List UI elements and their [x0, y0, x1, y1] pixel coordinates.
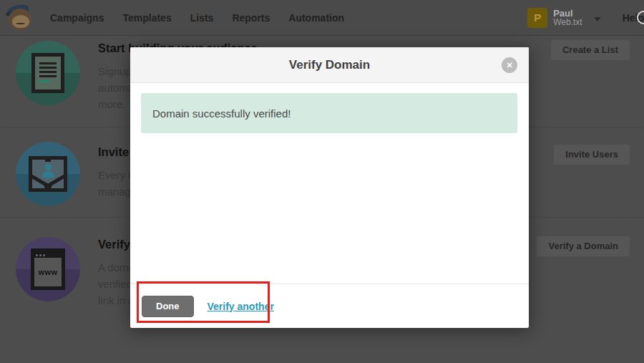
- domain-icon-circle: www: [16, 237, 80, 301]
- modal-title: Verify Domain: [130, 47, 529, 83]
- close-icon[interactable]: ✕: [502, 57, 517, 73]
- modal-header: Verify Domain ✕: [130, 47, 529, 83]
- nav-item-reports[interactable]: Reports: [232, 12, 270, 24]
- modal-footer: Done Verify another: [130, 284, 529, 328]
- www-label: www: [34, 258, 62, 286]
- account-name: Paul: [553, 9, 582, 18]
- done-button[interactable]: Done: [142, 296, 194, 317]
- verify-another-link[interactable]: Verify another: [208, 301, 274, 312]
- success-message: Domain successfully verified!: [152, 107, 291, 120]
- chevron-down-icon[interactable]: [594, 17, 601, 21]
- nav-item-campaigns[interactable]: Campaigns: [50, 12, 104, 24]
- nav-right-group: P Paul Web.txt Help: [527, 8, 644, 28]
- envelope-person-icon: [29, 156, 67, 192]
- nav-item-templates[interactable]: Templates: [122, 12, 171, 24]
- invite-users-button[interactable]: Invite Users: [554, 145, 630, 165]
- document-icon: [31, 53, 64, 93]
- browser-window-icon: www: [31, 248, 65, 290]
- verify-a-domain-button[interactable]: Verify a Domain: [537, 236, 630, 256]
- nav-menu: Campaigns Templates Lists Reports Automa…: [50, 12, 344, 24]
- success-banner: Domain successfully verified!: [141, 93, 517, 133]
- account-subtitle: Web.txt: [553, 18, 582, 27]
- nav-item-automation[interactable]: Automation: [288, 12, 344, 24]
- signup-form-icon-circle: [16, 41, 80, 105]
- mailchimp-freddie-icon[interactable]: [6, 3, 35, 33]
- invite-icon-circle: [16, 142, 80, 206]
- account-menu[interactable]: Paul Web.txt: [553, 9, 582, 27]
- create-a-list-button[interactable]: Create a List: [551, 40, 630, 60]
- nav-item-lists[interactable]: Lists: [190, 12, 214, 24]
- verify-domain-modal: Verify Domain ✕ Domain successfully veri…: [130, 47, 529, 328]
- avatar[interactable]: P: [527, 8, 547, 28]
- top-nav: Campaigns Templates Lists Reports Automa…: [0, 0, 644, 36]
- text-fragment: more.: [98, 98, 129, 110]
